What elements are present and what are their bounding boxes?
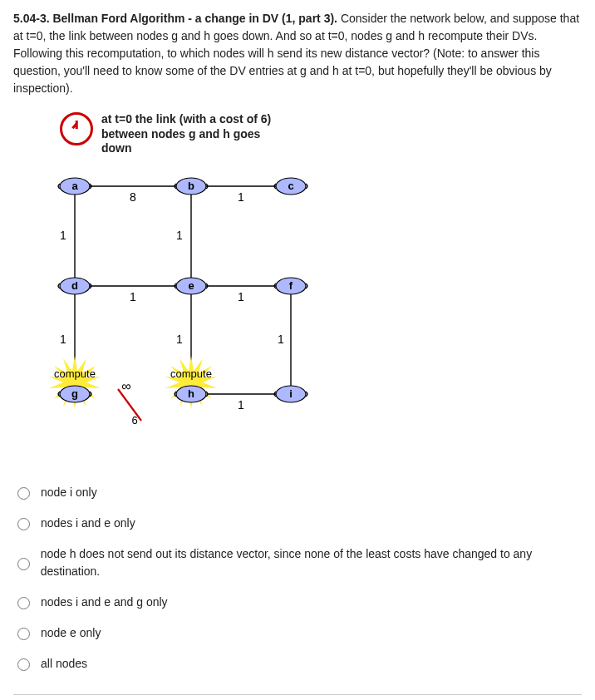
svg-text:1: 1 [238, 398, 244, 412]
answer-label: nodes i and e and g only [41, 594, 168, 611]
radio-opt5[interactable] [17, 628, 30, 640]
radio-opt6[interactable] [17, 658, 30, 671]
answer-option[interactable]: nodes i and e and g only [13, 587, 582, 618]
svg-text:c: c [288, 180, 293, 192]
question-text: 5.04-3. Bellman Ford Algorithm - a chang… [13, 10, 582, 97]
answer-option[interactable]: node e only [13, 618, 582, 648]
answer-list: node i only nodes i and e only node h do… [13, 477, 582, 679]
divider [13, 694, 582, 695]
svg-text:a: a [71, 180, 78, 192]
svg-text:1: 1 [176, 333, 183, 346]
svg-text:1: 1 [238, 190, 244, 204]
answer-label: node h does not send out its distance ve… [41, 545, 582, 580]
svg-text:f: f [289, 279, 293, 292]
answer-option[interactable]: node i only [13, 477, 582, 508]
svg-text:e: e [188, 279, 194, 292]
svg-text:g: g [71, 387, 78, 400]
svg-text:compute: compute [54, 367, 96, 380]
svg-text:8: 8 [130, 190, 136, 204]
svg-text:1: 1 [60, 333, 66, 346]
diagram-caption: at t=0 the link (with a cost of 6) betwe… [60, 112, 582, 156]
answer-option[interactable]: nodes i and e only [13, 508, 582, 539]
svg-text:h: h [188, 387, 194, 400]
svg-text:6: 6 [131, 414, 137, 426]
svg-text:i: i [289, 387, 293, 400]
answer-label: node i only [41, 484, 97, 501]
svg-text:1: 1 [278, 333, 284, 346]
svg-text:1: 1 [130, 290, 136, 303]
svg-text:1: 1 [60, 229, 66, 242]
svg-text:d: d [71, 279, 78, 292]
svg-text:∞: ∞ [121, 379, 130, 393]
clock-icon [60, 112, 93, 145]
svg-text:b: b [188, 180, 194, 192]
question-title: 5.04-3. Bellman Ford Algorithm - a chang… [13, 12, 337, 25]
radio-opt2[interactable] [17, 518, 30, 530]
radio-opt1[interactable] [17, 487, 30, 500]
answer-label: all nodes [41, 655, 87, 673]
network-svg: computecompute ∞6 abcdefghi 8111111111 [25, 161, 332, 427]
answer-option[interactable]: all nodes [13, 648, 582, 679]
answer-label: node e only [41, 624, 101, 642]
diagram: at t=0 the link (with a cost of 6) betwe… [25, 112, 582, 427]
svg-text:compute: compute [170, 367, 212, 380]
radio-opt4[interactable] [17, 597, 30, 609]
svg-line-12 [118, 389, 141, 421]
caption-text: at t=0 the link (with a cost of 6) betwe… [101, 112, 284, 156]
answer-option[interactable]: node h does not send out its distance ve… [13, 539, 582, 587]
svg-text:1: 1 [176, 229, 183, 242]
svg-text:1: 1 [238, 290, 244, 303]
answer-label: nodes i and e only [41, 515, 135, 532]
radio-opt3[interactable] [17, 558, 30, 570]
